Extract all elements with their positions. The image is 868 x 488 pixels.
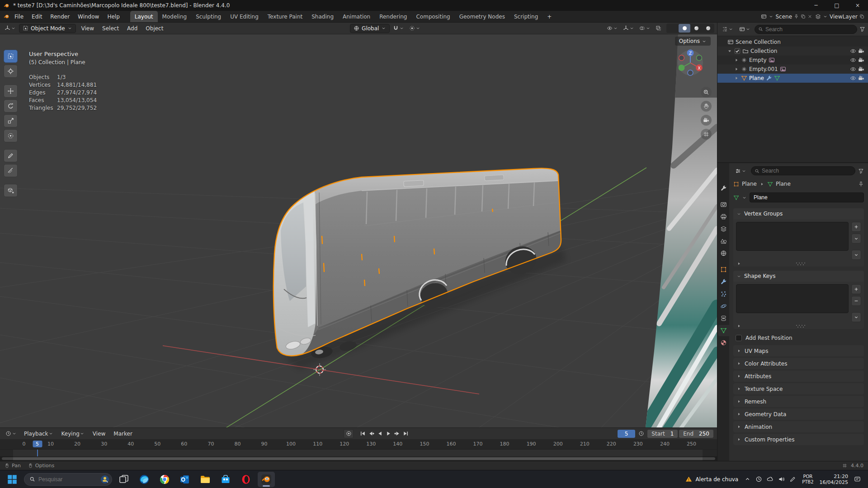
properties-tab-data[interactable] — [718, 325, 729, 336]
breadcrumb-object-name[interactable]: Plane — [742, 181, 757, 187]
shading-material-button[interactable] — [690, 24, 702, 33]
hide-in-viewport-icon[interactable] — [850, 66, 856, 72]
proportional-edit-toggle[interactable] — [407, 24, 422, 32]
xray-toggle[interactable] — [654, 24, 663, 32]
properties-tab-object[interactable] — [718, 264, 729, 275]
viewport-options-button[interactable]: Options — [675, 37, 711, 46]
shading-solid-button[interactable] — [679, 24, 690, 33]
tray-clock-icon[interactable] — [755, 476, 762, 483]
language-indicator[interactable]: POR PTB2 — [802, 474, 813, 485]
tool-measure-button[interactable] — [4, 164, 18, 177]
frame-end-field[interactable]: End 250 — [679, 430, 713, 438]
workspace-tab-modeling[interactable]: Modeling — [158, 11, 192, 22]
taskbar-clock[interactable]: 21:20 16/04/2025 — [820, 474, 848, 485]
shape-key-specials-button[interactable] — [851, 312, 861, 322]
use-preview-range-toggle[interactable] — [637, 430, 646, 437]
timeline-ruler[interactable]: 0102030405060708090100110120130140150160… — [0, 440, 717, 450]
viewport-menu-view[interactable]: View — [77, 24, 98, 33]
blender-menu-icon[interactable] — [4, 14, 9, 19]
properties-search[interactable] — [751, 166, 855, 175]
workspace-tab-layout[interactable]: Layout — [130, 11, 158, 22]
mode-selector[interactable]: Object Mode — [19, 24, 76, 33]
workspace-tab-animation[interactable]: Animation — [338, 11, 375, 22]
panel-remesh[interactable]: Remesh — [733, 396, 864, 407]
workspace-tab-shading[interactable]: Shading — [307, 11, 338, 22]
auto-keying-toggle[interactable] — [344, 429, 354, 438]
hide-in-viewport-icon[interactable] — [850, 57, 856, 63]
properties-tab-material[interactable] — [718, 337, 729, 348]
transport-tr-last-button[interactable] — [401, 430, 410, 438]
datablock-name-field[interactable] — [750, 192, 864, 202]
properties-tab-output[interactable] — [718, 211, 729, 222]
disable-in-renders-icon[interactable] — [858, 57, 864, 63]
workspace-tab-rendering[interactable]: Rendering — [375, 11, 411, 22]
timeline-menu-view[interactable]: View — [89, 429, 109, 438]
timeline-menu-keying[interactable]: Keying — [57, 429, 89, 438]
overlays-dropdown[interactable] — [637, 24, 652, 32]
scene-selector[interactable]: Scene — [761, 14, 812, 20]
viewport-menu-object[interactable]: Object — [142, 24, 167, 33]
tool-add-cube-button[interactable] — [4, 184, 18, 197]
shape-key-add-button[interactable] — [851, 284, 861, 294]
properties-tab-world[interactable] — [718, 248, 729, 259]
workspace-tab-geometry-nodes[interactable]: Geometry Nodes — [455, 11, 509, 22]
shape-keys-panel-header[interactable]: Shape Keys — [733, 271, 864, 282]
taskbar-app-explorer[interactable] — [197, 472, 214, 487]
tool-select-button[interactable] — [4, 50, 18, 63]
view-layer-copy-icon[interactable] — [859, 14, 864, 19]
menu-help[interactable]: Help — [103, 12, 123, 21]
close-button[interactable]: × — [847, 0, 868, 11]
vertex-groups-filter-toggle-icon[interactable] — [736, 261, 741, 266]
outliner-row-plane[interactable]: Plane — [717, 74, 868, 83]
taskbar-app-taskview[interactable] — [115, 472, 132, 487]
scene-pin-icon[interactable] — [794, 14, 799, 19]
properties-tab-view-layer[interactable] — [718, 223, 729, 235]
taskbar-app-store[interactable] — [217, 472, 234, 487]
disable-in-renders-icon[interactable] — [858, 48, 864, 54]
timeline-body[interactable] — [0, 450, 717, 461]
properties-search-input[interactable] — [762, 168, 852, 174]
tool-cursor-button[interactable] — [4, 65, 18, 78]
hide-in-viewport-icon[interactable] — [850, 48, 856, 54]
add-rest-position-checkbox[interactable] — [736, 335, 742, 341]
datablock-browse-icon[interactable] — [742, 195, 747, 200]
tool-scale-button[interactable] — [4, 114, 18, 127]
filter-icon[interactable] — [859, 26, 865, 32]
disclosure-icon[interactable] — [727, 48, 732, 54]
outliner-row-scene-collection[interactable]: Scene Collection — [717, 38, 868, 47]
navigation-gizmo[interactable]: Z X — [676, 48, 704, 76]
gizmos-dropdown[interactable] — [621, 24, 636, 32]
tray-cloud-icon[interactable] — [767, 476, 774, 483]
transport-tr-nextkey-button[interactable] — [393, 430, 401, 438]
outliner-row-empty[interactable]: Empty — [717, 56, 868, 65]
transport-tr-back-button[interactable] — [376, 430, 384, 438]
tool-transform-button[interactable] — [4, 129, 18, 142]
panel-texture-space[interactable]: Texture Space — [733, 383, 864, 394]
disclosure-icon[interactable] — [734, 66, 739, 72]
properties-tab-modifiers[interactable] — [718, 276, 729, 287]
taskbar-search[interactable] — [24, 473, 112, 486]
start-button[interactable] — [4, 472, 21, 487]
workspace-tab-uv-editing[interactable]: UV Editing — [226, 11, 263, 22]
properties-tab-tool[interactable] — [718, 183, 729, 194]
panel-uv-maps[interactable]: UV Maps — [733, 345, 864, 357]
panel-attributes[interactable]: Attributes — [733, 371, 864, 382]
tool-annotate-button[interactable] — [4, 149, 18, 162]
outliner-search-input[interactable] — [765, 26, 854, 33]
frame-start-field[interactable]: Start 1 — [647, 430, 678, 438]
taskbar-app-blender[interactable] — [258, 472, 275, 487]
outliner-editor-type-button[interactable] — [720, 25, 735, 33]
snap-toggle[interactable] — [391, 24, 406, 32]
add-workspace-button[interactable]: + — [543, 13, 555, 21]
tool-move-button[interactable] — [4, 84, 18, 98]
vertex-group-specials-button[interactable] — [851, 234, 861, 244]
bing-daily-icon[interactable] — [100, 475, 109, 484]
menu-file[interactable]: File — [10, 12, 28, 21]
taskbar-app-edge[interactable] — [136, 472, 153, 487]
properties-tab-render[interactable] — [718, 199, 729, 210]
shape-keys-grip[interactable] — [733, 323, 864, 329]
scene-unlink-icon[interactable] — [807, 14, 812, 19]
visibility-dropdown[interactable] — [605, 24, 620, 32]
outliner-row-collection[interactable]: Collection — [717, 47, 868, 56]
disclosure-icon[interactable] — [734, 75, 739, 81]
